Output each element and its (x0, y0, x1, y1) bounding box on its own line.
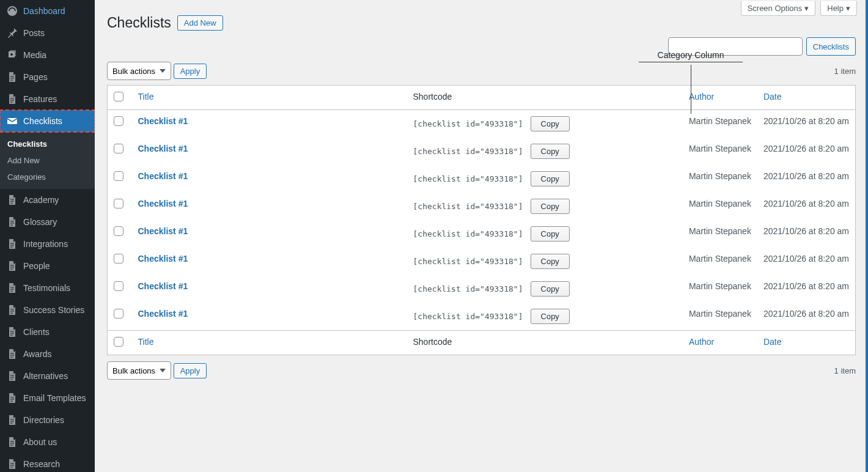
bulk-actions-select-bottom[interactable]: Bulk actions (107, 361, 171, 380)
submenu-item-categories[interactable]: Categories (0, 169, 95, 185)
copy-shortcode-button[interactable]: Copy (531, 144, 570, 159)
screen-options-button[interactable]: Screen Options ▾ (741, 1, 816, 16)
row-shortcode-text: [checklist id="493318"] (413, 119, 523, 128)
column-footer-title[interactable]: Title (132, 331, 407, 355)
row-author: Martin Stepanek (683, 138, 757, 165)
page-icon (6, 238, 18, 250)
pin-icon (6, 27, 18, 39)
help-button[interactable]: Help ▾ (820, 1, 857, 16)
sidebar-item-alternatives[interactable]: Alternatives (0, 365, 95, 387)
row-shortcode-text: [checklist id="493318"] (413, 174, 523, 183)
row-shortcode-text: [checklist id="493318"] (413, 312, 523, 321)
page-title: Checklists (107, 15, 171, 31)
page-icon (6, 216, 18, 228)
page-icon (6, 260, 18, 272)
sidebar-item-email-templates[interactable]: Email Templates (0, 387, 95, 409)
sidebar-item-features[interactable]: Features (0, 88, 95, 110)
select-all-bottom-checkbox[interactable] (114, 337, 123, 347)
copy-shortcode-button[interactable]: Copy (531, 281, 570, 297)
sidebar-item-research[interactable]: Research (0, 453, 95, 472)
row-select-checkbox[interactable] (114, 309, 123, 319)
sidebar-item-label: Dashboard (23, 6, 65, 16)
row-title-link[interactable]: Checklist #1 (138, 171, 188, 181)
page-icon (6, 370, 18, 382)
column-header-author[interactable]: Author (683, 86, 757, 110)
row-select-checkbox[interactable] (114, 116, 123, 126)
chevron-down-icon: ▾ (804, 4, 809, 13)
row-select-checkbox[interactable] (114, 171, 123, 181)
table-row: Checklist #1[checklist id="493318"]CopyM… (108, 193, 856, 220)
copy-shortcode-button[interactable]: Copy (531, 116, 570, 131)
copy-shortcode-button[interactable]: Copy (531, 226, 570, 242)
sidebar-item-posts[interactable]: Posts (0, 22, 95, 44)
table-row: Checklist #1[checklist id="493318"]CopyM… (108, 138, 856, 165)
copy-shortcode-button[interactable]: Copy (531, 254, 570, 269)
sidebar-item-clients[interactable]: Clients (0, 321, 95, 343)
sidebar-item-label: Alternatives (23, 371, 68, 381)
sidebar-item-label: Media (23, 50, 46, 60)
column-footer-author[interactable]: Author (683, 331, 757, 355)
sidebar-item-label: Glossary (23, 217, 57, 227)
column-footer-date[interactable]: Date (757, 331, 856, 355)
select-all-top-checkbox[interactable] (114, 92, 123, 101)
row-author: Martin Stepanek (683, 165, 757, 193)
sidebar-item-checklists[interactable]: Checklists (0, 110, 95, 132)
row-shortcode-text: [checklist id="493318"] (413, 147, 523, 156)
row-select-checkbox[interactable] (114, 254, 123, 264)
row-title-link[interactable]: Checklist #1 (138, 144, 188, 153)
sidebar-submenu: ChecklistsAdd NewCategories (0, 132, 95, 189)
dashboard-icon (6, 5, 18, 17)
row-select-checkbox[interactable] (114, 281, 123, 291)
admin-sidebar: DashboardPostsMediaPagesFeaturesChecklis… (0, 0, 95, 472)
sidebar-item-about-us[interactable]: About us (0, 431, 95, 453)
apply-button-top[interactable]: Apply (174, 64, 207, 79)
copy-shortcode-button[interactable]: Copy (531, 309, 570, 324)
row-select-checkbox[interactable] (114, 226, 123, 236)
row-author: Martin Stepanek (683, 193, 757, 220)
sidebar-item-label: Research (23, 459, 60, 469)
row-date: 2021/10/26 at 8:20 am (757, 303, 856, 331)
row-select-checkbox[interactable] (114, 199, 123, 208)
row-title-link[interactable]: Checklist #1 (138, 254, 188, 264)
row-title-link[interactable]: Checklist #1 (138, 199, 188, 208)
search-input[interactable] (668, 37, 803, 56)
table-row: Checklist #1[checklist id="493318"]CopyM… (108, 220, 856, 248)
row-select-checkbox[interactable] (114, 144, 123, 153)
row-title-link[interactable]: Checklist #1 (138, 226, 188, 236)
submenu-item-add-new[interactable]: Add New (0, 152, 95, 169)
row-title-link[interactable]: Checklist #1 (138, 116, 188, 126)
sidebar-item-testimonials[interactable]: Testimonials (0, 277, 95, 299)
row-date: 2021/10/26 at 8:20 am (757, 138, 856, 165)
row-title-link[interactable]: Checklist #1 (138, 309, 188, 319)
apply-button-bottom[interactable]: Apply (174, 363, 207, 378)
sidebar-item-people[interactable]: People (0, 255, 95, 277)
sidebar-item-academy[interactable]: Academy (0, 189, 95, 211)
page-icon (6, 392, 18, 404)
column-header-shortcode: Shortcode (407, 86, 683, 110)
row-title-link[interactable]: Checklist #1 (138, 281, 188, 291)
submenu-item-checklists[interactable]: Checklists (0, 136, 95, 152)
page-icon (6, 71, 18, 83)
bulk-actions-select-top[interactable]: Bulk actions (107, 62, 171, 80)
sidebar-item-label: Integrations (23, 239, 68, 249)
sidebar-item-integrations[interactable]: Integrations (0, 233, 95, 255)
sidebar-item-awards[interactable]: Awards (0, 343, 95, 365)
copy-shortcode-button[interactable]: Copy (531, 199, 570, 214)
copy-shortcode-button[interactable]: Copy (531, 171, 570, 186)
screen-options-label: Screen Options (748, 4, 803, 13)
add-new-button[interactable]: Add New (177, 15, 223, 31)
search-submit-button[interactable]: Checklists (806, 37, 856, 56)
page-icon (6, 414, 18, 426)
sidebar-item-label: Academy (23, 195, 59, 205)
sidebar-item-glossary[interactable]: Glossary (0, 211, 95, 233)
sidebar-item-pages[interactable]: Pages (0, 66, 95, 88)
sidebar-item-media[interactable]: Media (0, 44, 95, 66)
page-icon (6, 304, 18, 316)
sidebar-item-dashboard[interactable]: Dashboard (0, 0, 95, 22)
row-date: 2021/10/26 at 8:20 am (757, 275, 856, 303)
sidebar-item-directories[interactable]: Directories (0, 409, 95, 431)
column-header-date[interactable]: Date (757, 86, 856, 110)
sidebar-item-success-stories[interactable]: Success Stories (0, 299, 95, 321)
column-header-title[interactable]: Title (132, 86, 407, 110)
mail-icon (6, 115, 18, 127)
